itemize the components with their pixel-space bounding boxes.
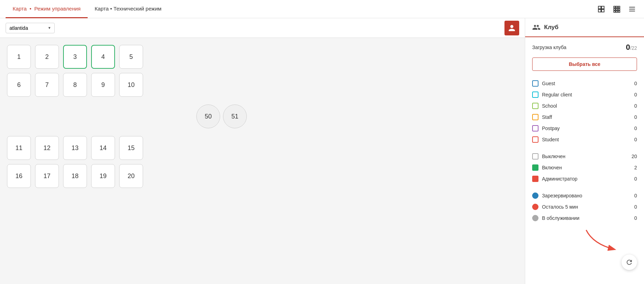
nav-icons [595, 3, 638, 15]
seat-8[interactable]: 8 [63, 73, 87, 97]
svg-rect-1 [602, 6, 604, 8]
user-button[interactable] [504, 21, 519, 35]
list-icon[interactable] [626, 3, 638, 15]
seat-10[interactable]: 10 [119, 73, 143, 97]
student-label: Student [542, 137, 626, 142]
admin-label: Администратор [542, 176, 626, 182]
club-icon [532, 23, 541, 32]
category-admin[interactable]: Администратор 0 [532, 173, 637, 184]
seat-14[interactable]: 14 [91, 136, 115, 160]
svg-rect-9 [618, 8, 620, 10]
service-label: В обслуживании [542, 215, 626, 221]
category-list-status: Выключен 20 Включен 2 Администратор 0 [532, 151, 637, 184]
circle-seats-area: 50 51 [7, 101, 518, 136]
seat-12[interactable]: 12 [35, 136, 59, 160]
category-staff[interactable]: Staff 0 [532, 111, 637, 123]
admin-count: 0 [630, 176, 637, 182]
category-5min[interactable]: Осталось 5 мин 0 [532, 201, 637, 212]
category-postpay[interactable]: Postpay 0 [532, 123, 637, 134]
student-count: 0 [630, 137, 637, 142]
guest-label: Guest [542, 81, 626, 86]
tab1-prefix: Карта [13, 6, 27, 12]
seats-row-1: 1 2 3 4 5 [7, 45, 518, 69]
reserved-icon [532, 192, 538, 199]
seat-9[interactable]: 9 [91, 73, 115, 97]
seat-3[interactable]: 3 [63, 45, 87, 69]
seat-4[interactable]: 4 [91, 45, 115, 69]
top-nav: Карта • Режим управления Карта • Техниче… [0, 0, 644, 18]
seat-6[interactable]: 6 [7, 73, 31, 97]
guest-count: 0 [630, 81, 637, 86]
off-count: 20 [630, 154, 637, 159]
category-service[interactable]: В обслуживании 0 [532, 212, 637, 224]
reserved-label: Зарезервировано [542, 193, 626, 198]
category-regular[interactable]: Regular client 0 [532, 89, 637, 100]
canvas-area[interactable]: 1 2 3 4 5 6 7 8 9 10 50 51 [0, 38, 525, 284]
svg-rect-7 [614, 8, 616, 10]
category-on[interactable]: Включен 2 [532, 162, 637, 173]
club-select[interactable]: atlantida club2 club3 [6, 23, 55, 33]
staff-label: Staff [542, 114, 626, 120]
category-list-clients: Guest 0 Regular client 0 School 0 Staff … [532, 78, 637, 145]
on-label: Включен [542, 165, 626, 170]
tab2-mode: Технический режим [114, 6, 162, 12]
seats-row-3: 11 12 13 14 15 [7, 136, 518, 160]
off-label: Выключен [542, 154, 626, 159]
canvas-scroll: 1 2 3 4 5 6 7 8 9 10 50 51 [7, 45, 518, 188]
club-load-row: Загрузка клуба 0/22 [532, 43, 637, 52]
category-guest[interactable]: Guest 0 [532, 78, 637, 89]
seat-2[interactable]: 2 [35, 45, 59, 69]
club-load-total: 22 [631, 45, 637, 51]
regular-icon [532, 92, 538, 98]
right-panel-title: Клуб [544, 24, 558, 31]
seat-1[interactable]: 1 [7, 45, 31, 69]
guest-icon [532, 80, 538, 87]
category-school[interactable]: School 0 [532, 100, 637, 111]
seat-51[interactable]: 51 [223, 104, 247, 128]
seat-50[interactable]: 50 [196, 104, 220, 128]
category-student[interactable]: Student 0 [532, 134, 637, 145]
tab1-dot: • [28, 6, 33, 12]
5min-label: Осталось 5 мин [542, 204, 626, 210]
seat-15[interactable]: 15 [119, 136, 143, 160]
regular-label: Regular client [542, 92, 626, 97]
refresh-button[interactable] [622, 255, 637, 270]
svg-rect-6 [618, 6, 620, 8]
category-reserved[interactable]: Зарезервировано 0 [532, 190, 637, 201]
grid-small-icon[interactable] [610, 3, 623, 15]
select-all-button[interactable]: Выбрать все [532, 58, 637, 71]
seat-11[interactable]: 11 [7, 136, 31, 160]
reserved-count: 0 [630, 193, 637, 198]
club-load-count: 0/22 [626, 43, 637, 52]
seat-19[interactable]: 19 [91, 164, 115, 188]
svg-rect-12 [618, 11, 620, 12]
left-panel: atlantida club2 club3 1 2 3 4 [0, 18, 525, 284]
staff-count: 0 [630, 114, 637, 120]
club-load-current: 0 [626, 43, 630, 52]
category-sep-2 [532, 184, 637, 190]
seat-18[interactable]: 18 [63, 164, 87, 188]
refresh-icon [625, 258, 633, 266]
right-panel-header: Клуб [525, 18, 644, 37]
school-icon [532, 103, 538, 109]
svg-rect-11 [616, 11, 618, 12]
seat-20[interactable]: 20 [119, 164, 143, 188]
5min-icon [532, 204, 538, 210]
main-layout: atlantida club2 club3 1 2 3 4 [0, 18, 644, 284]
seat-7[interactable]: 7 [35, 73, 59, 97]
category-off[interactable]: Выключен 20 [532, 151, 637, 162]
svg-rect-3 [602, 9, 604, 12]
club-select-wrapper: atlantida club2 club3 [6, 23, 55, 33]
staff-icon [532, 114, 538, 120]
postpay-icon [532, 125, 538, 131]
seat-16[interactable]: 16 [7, 164, 31, 188]
tab-tech-mode[interactable]: Карта • Технический режим [88, 0, 169, 18]
seat-5[interactable]: 5 [119, 45, 143, 69]
tab-control-mode[interactable]: Карта • Режим управления [6, 0, 88, 18]
seat-13[interactable]: 13 [63, 136, 87, 160]
svg-rect-8 [616, 8, 618, 10]
right-panel-body: Загрузка клуба 0/22 Выбрать все Guest 0 … [525, 37, 644, 284]
grid-large-icon[interactable] [595, 3, 608, 15]
seat-17[interactable]: 17 [35, 164, 59, 188]
student-icon [532, 136, 538, 143]
